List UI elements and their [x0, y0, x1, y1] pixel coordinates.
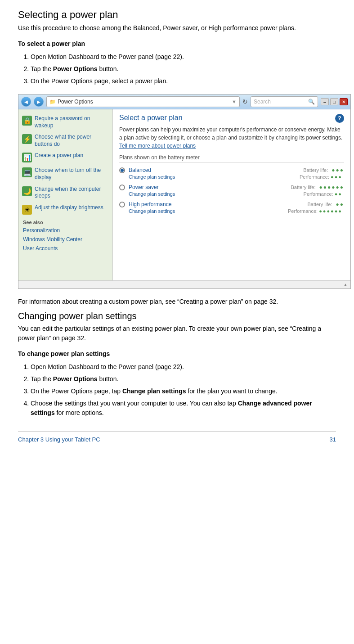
between-text: For information about creating a custom …: [18, 297, 336, 306]
window-controls: – □ ✕: [321, 98, 348, 105]
plan-name-balanced[interactable]: Balanced: [129, 167, 151, 173]
panel-description: Power plans can help you maximize your c…: [119, 126, 344, 150]
close-button[interactable]: ✕: [340, 98, 348, 105]
sidebar-item-power-buttons[interactable]: ⚡ Choose what the power buttons do: [18, 131, 112, 150]
plan-name-powersaver[interactable]: Power saver: [129, 184, 159, 190]
address-dropdown-icon: ▼: [232, 99, 237, 104]
powersaver-battery-label: Battery life:: [291, 185, 315, 190]
sleep-icon: 🌙: [22, 186, 32, 196]
screenshot-footer: ▲: [18, 280, 350, 288]
highperf-battery-label: Battery life:: [307, 202, 332, 207]
footer-right: 31: [330, 436, 336, 443]
sidebar: 🔒 Require a password on wakeup ⚡ Choose …: [18, 109, 113, 280]
screenshot: ◄ ► 📁 Power Options ▼ ↻ Search 🔍 – □ ✕ 🔒…: [18, 94, 351, 289]
see-also-header: See also: [18, 217, 112, 226]
plans-header: Plans shown on the battery meter: [119, 154, 344, 162]
sidebar-label-turn-off-display: Choose when to turn off the display: [35, 167, 109, 181]
sidebar-item-create-plan[interactable]: 📊 Create a power plan: [18, 150, 112, 165]
sidebar-item-turn-off-display[interactable]: 💻 Choose when to turn off the display: [18, 165, 112, 183]
section1-step2: Tap the Power Options button.: [31, 64, 336, 74]
section2-intro: You can edit the particular settings of …: [18, 324, 336, 343]
radio-highperf[interactable]: [119, 202, 125, 207]
radio-powersaver[interactable]: [119, 185, 125, 190]
main-panel: Select a power plan ? Power plans can he…: [113, 109, 350, 280]
search-icon: 🔍: [308, 99, 315, 105]
section1-steps: Open Motion Dashboard to the Power panel…: [31, 52, 336, 86]
section1-step3: On the Power Options page, select a powe…: [31, 77, 336, 86]
address-bar[interactable]: 📁 Power Options ▼: [46, 96, 240, 107]
sidebar-link-personalization[interactable]: Personalization: [18, 226, 112, 235]
address-folder-icon: 📁: [49, 99, 56, 105]
section1-intro: Use this procedure to choose among the B…: [18, 23, 336, 33]
plan-row-powersaver: Power saver Battery life: ●●●●●● Change …: [119, 184, 344, 197]
help-button[interactable]: ?: [335, 114, 344, 123]
section2-step2: Tap the Power Options button.: [31, 374, 336, 384]
titlebar: ◄ ► 📁 Power Options ▼ ↻ Search 🔍 – □ ✕: [18, 95, 350, 109]
section1-step1: Open Motion Dashboard to the Power panel…: [31, 52, 336, 62]
highperf-change-settings[interactable]: Change plan settings: [129, 208, 175, 214]
sidebar-link-user-accounts[interactable]: User Accounts: [18, 244, 112, 253]
create-plan-icon: 📊: [22, 153, 32, 162]
content-area: 🔒 Require a password on wakeup ⚡ Choose …: [18, 109, 350, 280]
plan-row-balanced: Balanced Battery life: ●●● Change plan s…: [119, 167, 344, 180]
highperf-battery-dots: ●●: [336, 201, 345, 207]
sidebar-link-mobility-center[interactable]: Windows Mobility Center: [18, 235, 112, 244]
sidebar-label-power-buttons: Choose what the power buttons do: [35, 134, 109, 148]
panel-title: Select a power plan: [119, 114, 183, 122]
balanced-performance-label: Performance: ●●●: [300, 174, 342, 180]
powersaver-change-settings[interactable]: Change plan settings: [129, 191, 175, 197]
forward-button[interactable]: ►: [34, 97, 44, 107]
section2-title: Changing power plan settings: [18, 311, 336, 321]
back-button[interactable]: ◄: [21, 97, 31, 107]
section2-step1: Open Motion Dashboard to the Power panel…: [31, 362, 336, 372]
sidebar-label-sleep: Change when the computer sleeps: [35, 186, 109, 200]
balanced-battery-label: Battery life:: [303, 167, 328, 173]
address-text: Power Options: [58, 99, 230, 105]
tell-more-link[interactable]: Tell me more about power plans: [119, 143, 196, 149]
maximize-button[interactable]: □: [330, 98, 338, 105]
sidebar-item-sleep[interactable]: 🌙 Change when the computer sleeps: [18, 184, 112, 202]
turn-off-display-icon: 💻: [22, 167, 32, 177]
refresh-icon[interactable]: ↻: [242, 98, 248, 105]
footer-left: Chapter 3 Using your Tablet PC: [18, 436, 100, 443]
plan-row-highperf: High performance Battery life: ●● Change…: [119, 201, 344, 214]
power-buttons-icon: ⚡: [22, 134, 32, 144]
section1-bold-label: To select a power plan: [18, 39, 336, 49]
highperf-performance-label: Performance: ●●●●●●: [288, 208, 342, 214]
balanced-battery-dots: ●●●: [332, 167, 344, 173]
plan-name-highperf[interactable]: High performance: [129, 201, 171, 207]
section2-bold-label: To change power plan settings: [18, 349, 336, 359]
search-placeholder: Search: [254, 99, 306, 105]
sidebar-label-password: Require a password on wakeup: [35, 115, 109, 129]
section2-steps: Open Motion Dashboard to the Power panel…: [31, 362, 336, 418]
section2-step4: Choose the settings that you want your c…: [31, 399, 336, 418]
password-icon: 🔒: [22, 116, 32, 126]
chapter-footer: Chapter 3 Using your Tablet PC 31: [18, 431, 336, 443]
section1-title: Selecting a power plan: [18, 9, 336, 21]
powersaver-battery-dots: ●●●●●●: [319, 184, 345, 190]
balanced-change-settings[interactable]: Change plan settings: [129, 174, 175, 180]
radio-balanced[interactable]: [119, 167, 125, 173]
sidebar-label-create-plan: Create a power plan: [35, 152, 83, 159]
sidebar-item-password[interactable]: 🔒 Require a password on wakeup: [18, 113, 112, 131]
search-bar[interactable]: Search 🔍: [251, 96, 318, 107]
powersaver-performance-label: Performance: ●●: [304, 191, 342, 197]
minimize-button[interactable]: –: [321, 98, 329, 105]
section2-step3: On the Power Options page, tap Change pl…: [31, 387, 336, 396]
sidebar-item-brightness[interactable]: ☀ Adjust the display brightness: [18, 202, 112, 217]
sidebar-label-brightness: Adjust the display brightness: [35, 204, 103, 212]
brightness-icon: ☀: [22, 205, 32, 215]
